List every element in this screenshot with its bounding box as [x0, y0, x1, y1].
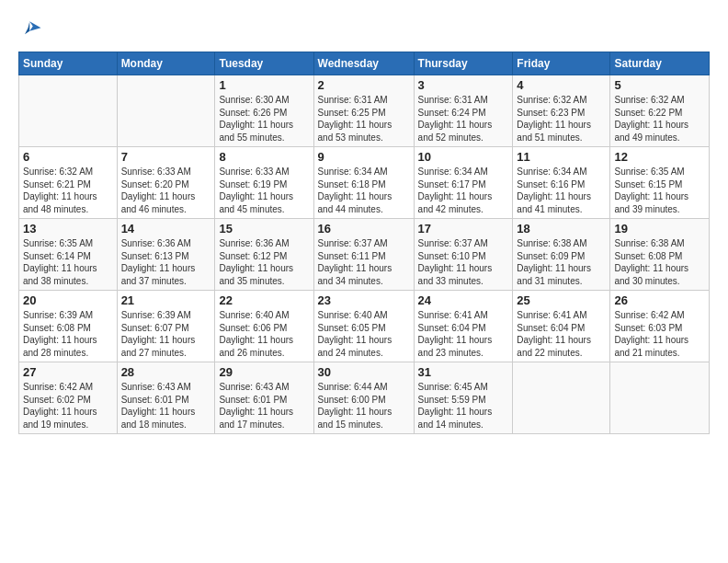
column-header-monday: Monday	[117, 52, 215, 75]
day-info: Sunrise: 6:34 AM Sunset: 6:17 PM Dayligh…	[418, 166, 509, 215]
day-info: Sunrise: 6:42 AM Sunset: 6:03 PM Dayligh…	[614, 309, 705, 359]
day-info: Sunrise: 6:44 AM Sunset: 6:00 PM Dayligh…	[318, 381, 410, 431]
day-number: 5	[614, 78, 705, 92]
day-info: Sunrise: 6:42 AM Sunset: 6:02 PM Dayligh…	[23, 381, 113, 431]
calendar-cell: 9Sunrise: 6:34 AM Sunset: 6:18 PM Daylig…	[313, 147, 414, 219]
calendar-cell: 23Sunrise: 6:40 AM Sunset: 6:05 PM Dayli…	[313, 291, 414, 362]
day-number: 7	[121, 150, 211, 164]
day-number: 11	[517, 150, 606, 164]
day-info: Sunrise: 6:38 AM Sunset: 6:08 PM Dayligh…	[614, 237, 705, 287]
calendar-cell: 26Sunrise: 6:42 AM Sunset: 6:03 PM Dayli…	[610, 291, 710, 362]
calendar-cell: 5Sunrise: 6:32 AM Sunset: 6:22 PM Daylig…	[610, 75, 710, 147]
calendar-cell: 31Sunrise: 6:45 AM Sunset: 5:59 PM Dayli…	[414, 362, 513, 434]
day-info: Sunrise: 6:34 AM Sunset: 6:18 PM Dayligh…	[318, 166, 410, 215]
day-number: 4	[517, 78, 606, 92]
svg-marker-1	[29, 21, 40, 31]
column-header-thursday: Thursday	[414, 52, 513, 75]
day-info: Sunrise: 6:43 AM Sunset: 6:01 PM Dayligh…	[219, 381, 309, 431]
day-number: 22	[219, 293, 309, 307]
day-info: Sunrise: 6:41 AM Sunset: 6:04 PM Dayligh…	[418, 309, 509, 359]
calendar-cell	[19, 75, 118, 147]
calendar-cell: 6Sunrise: 6:32 AM Sunset: 6:21 PM Daylig…	[19, 147, 118, 219]
day-number: 29	[219, 365, 309, 379]
day-number: 20	[23, 293, 113, 307]
day-number: 30	[318, 365, 410, 379]
day-number: 15	[219, 222, 309, 236]
day-number: 28	[121, 365, 211, 379]
calendar-cell: 28Sunrise: 6:43 AM Sunset: 6:01 PM Dayli…	[117, 362, 215, 434]
day-number: 9	[318, 150, 410, 164]
calendar-cell: 16Sunrise: 6:37 AM Sunset: 6:11 PM Dayli…	[313, 219, 414, 291]
logo-icon	[18, 17, 44, 42]
day-number: 16	[318, 222, 410, 236]
calendar-cell: 19Sunrise: 6:38 AM Sunset: 6:08 PM Dayli…	[610, 219, 710, 291]
day-info: Sunrise: 6:32 AM Sunset: 6:22 PM Dayligh…	[614, 94, 705, 144]
calendar-cell: 13Sunrise: 6:35 AM Sunset: 6:14 PM Dayli…	[19, 219, 118, 291]
column-header-saturday: Saturday	[610, 52, 710, 75]
calendar-cell: 1Sunrise: 6:30 AM Sunset: 6:26 PM Daylig…	[215, 75, 313, 147]
column-header-tuesday: Tuesday	[215, 52, 313, 75]
day-info: Sunrise: 6:35 AM Sunset: 6:15 PM Dayligh…	[614, 166, 705, 215]
calendar-cell: 7Sunrise: 6:33 AM Sunset: 6:20 PM Daylig…	[117, 147, 215, 219]
day-info: Sunrise: 6:37 AM Sunset: 6:11 PM Dayligh…	[318, 237, 410, 287]
calendar-cell: 27Sunrise: 6:42 AM Sunset: 6:02 PM Dayli…	[19, 362, 118, 434]
day-number: 21	[121, 293, 211, 307]
calendar-cell: 29Sunrise: 6:43 AM Sunset: 6:01 PM Dayli…	[215, 362, 313, 434]
day-info: Sunrise: 6:34 AM Sunset: 6:16 PM Dayligh…	[517, 166, 606, 215]
day-info: Sunrise: 6:31 AM Sunset: 6:25 PM Dayligh…	[318, 94, 410, 144]
header	[18, 17, 710, 42]
day-number: 10	[418, 150, 509, 164]
day-info: Sunrise: 6:32 AM Sunset: 6:23 PM Dayligh…	[517, 94, 606, 144]
day-info: Sunrise: 6:33 AM Sunset: 6:19 PM Dayligh…	[219, 166, 309, 215]
day-number: 8	[219, 150, 309, 164]
calendar-cell: 22Sunrise: 6:40 AM Sunset: 6:06 PM Dayli…	[215, 291, 313, 362]
day-number: 14	[121, 222, 211, 236]
calendar-cell: 14Sunrise: 6:36 AM Sunset: 6:13 PM Dayli…	[117, 219, 215, 291]
day-info: Sunrise: 6:40 AM Sunset: 6:05 PM Dayligh…	[318, 309, 410, 359]
day-info: Sunrise: 6:35 AM Sunset: 6:14 PM Dayligh…	[23, 237, 113, 287]
day-number: 19	[614, 222, 705, 236]
day-number: 6	[23, 150, 113, 164]
day-info: Sunrise: 6:36 AM Sunset: 6:12 PM Dayligh…	[219, 237, 309, 287]
calendar-cell: 10Sunrise: 6:34 AM Sunset: 6:17 PM Dayli…	[414, 147, 513, 219]
calendar-cell	[513, 362, 610, 434]
day-number: 31	[418, 365, 509, 379]
day-info: Sunrise: 6:38 AM Sunset: 6:09 PM Dayligh…	[517, 237, 606, 287]
day-number: 26	[614, 293, 705, 307]
calendar-cell: 8Sunrise: 6:33 AM Sunset: 6:19 PM Daylig…	[215, 147, 313, 219]
day-number: 18	[517, 222, 606, 236]
day-number: 27	[23, 365, 113, 379]
column-header-sunday: Sunday	[19, 52, 118, 75]
calendar-cell: 18Sunrise: 6:38 AM Sunset: 6:09 PM Dayli…	[513, 219, 610, 291]
day-info: Sunrise: 6:39 AM Sunset: 6:08 PM Dayligh…	[23, 309, 113, 359]
calendar-cell: 25Sunrise: 6:41 AM Sunset: 6:04 PM Dayli…	[513, 291, 610, 362]
calendar-cell: 17Sunrise: 6:37 AM Sunset: 6:10 PM Dayli…	[414, 219, 513, 291]
calendar-cell: 15Sunrise: 6:36 AM Sunset: 6:12 PM Dayli…	[215, 219, 313, 291]
day-number: 25	[517, 293, 606, 307]
calendar-cell: 20Sunrise: 6:39 AM Sunset: 6:08 PM Dayli…	[19, 291, 118, 362]
day-number: 23	[318, 293, 410, 307]
svg-marker-2	[25, 21, 29, 34]
day-info: Sunrise: 6:43 AM Sunset: 6:01 PM Dayligh…	[121, 381, 211, 431]
logo	[18, 17, 48, 42]
calendar-cell: 4Sunrise: 6:32 AM Sunset: 6:23 PM Daylig…	[513, 75, 610, 147]
day-number: 12	[614, 150, 705, 164]
day-info: Sunrise: 6:39 AM Sunset: 6:07 PM Dayligh…	[121, 309, 211, 359]
day-info: Sunrise: 6:33 AM Sunset: 6:20 PM Dayligh…	[121, 166, 211, 215]
day-info: Sunrise: 6:36 AM Sunset: 6:13 PM Dayligh…	[121, 237, 211, 287]
calendar-cell: 11Sunrise: 6:34 AM Sunset: 6:16 PM Dayli…	[513, 147, 610, 219]
calendar-cell: 3Sunrise: 6:31 AM Sunset: 6:24 PM Daylig…	[414, 75, 513, 147]
day-number: 3	[418, 78, 509, 92]
day-number: 13	[23, 222, 113, 236]
day-info: Sunrise: 6:32 AM Sunset: 6:21 PM Dayligh…	[23, 166, 113, 215]
day-info: Sunrise: 6:30 AM Sunset: 6:26 PM Dayligh…	[219, 94, 309, 144]
calendar-cell: 2Sunrise: 6:31 AM Sunset: 6:25 PM Daylig…	[313, 75, 414, 147]
day-info: Sunrise: 6:45 AM Sunset: 5:59 PM Dayligh…	[418, 381, 509, 431]
calendar-cell: 30Sunrise: 6:44 AM Sunset: 6:00 PM Dayli…	[313, 362, 414, 434]
calendar-table: SundayMondayTuesdayWednesdayThursdayFrid…	[18, 52, 710, 434]
day-info: Sunrise: 6:41 AM Sunset: 6:04 PM Dayligh…	[517, 309, 606, 359]
column-header-friday: Friday	[513, 52, 610, 75]
day-info: Sunrise: 6:37 AM Sunset: 6:10 PM Dayligh…	[418, 237, 509, 287]
day-info: Sunrise: 6:31 AM Sunset: 6:24 PM Dayligh…	[418, 94, 509, 144]
column-header-wednesday: Wednesday	[313, 52, 414, 75]
